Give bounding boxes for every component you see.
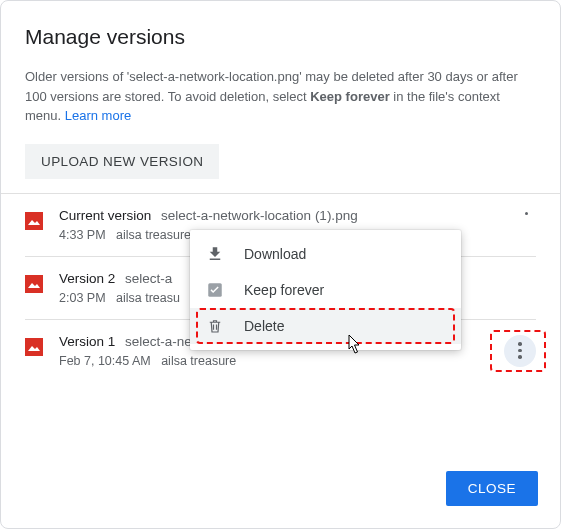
version-author: ailsa treasu <box>116 291 180 305</box>
checkbox-checked-icon <box>206 281 224 299</box>
more-options-button[interactable] <box>504 335 536 367</box>
version-label: Version 2 <box>59 271 115 286</box>
more-options-indicator[interactable] <box>525 212 528 215</box>
version-filename: select-a-network-location (1).png <box>161 208 358 223</box>
menu-item-download[interactable]: Download <box>190 236 461 272</box>
menu-item-keep-forever[interactable]: Keep forever <box>190 272 461 308</box>
dialog-title: Manage versions <box>25 25 536 49</box>
desc-bold: Keep forever <box>310 89 389 104</box>
menu-item-label: Delete <box>244 318 284 334</box>
version-author: ailsa treasure <box>116 228 191 242</box>
download-icon <box>206 245 224 263</box>
svg-rect-2 <box>25 338 43 356</box>
version-label: Current version <box>59 208 151 223</box>
version-time: 2:03 PM <box>59 291 106 305</box>
menu-item-label: Keep forever <box>244 282 324 298</box>
trash-icon <box>206 317 224 335</box>
version-context-menu: Download Keep forever Delete <box>190 230 461 350</box>
close-button[interactable]: CLOSE <box>446 471 538 506</box>
vertical-dots-icon <box>518 342 522 359</box>
image-file-icon <box>25 338 43 356</box>
menu-item-label: Download <box>244 246 306 262</box>
version-filename: select-a <box>125 271 172 286</box>
learn-more-link[interactable]: Learn more <box>65 108 131 123</box>
dialog-description: Older versions of 'select-a-network-loca… <box>25 67 536 126</box>
version-time: Feb 7, 10:45 AM <box>59 354 151 368</box>
version-author: ailsa treasure <box>161 354 236 368</box>
image-file-icon <box>25 212 43 230</box>
svg-rect-0 <box>25 212 43 230</box>
image-file-icon <box>25 275 43 293</box>
version-time: 4:33 PM <box>59 228 106 242</box>
svg-rect-1 <box>25 275 43 293</box>
version-label: Version 1 <box>59 334 115 349</box>
upload-new-version-button[interactable]: UPLOAD NEW VERSION <box>25 144 219 179</box>
menu-item-delete[interactable]: Delete <box>190 308 461 344</box>
